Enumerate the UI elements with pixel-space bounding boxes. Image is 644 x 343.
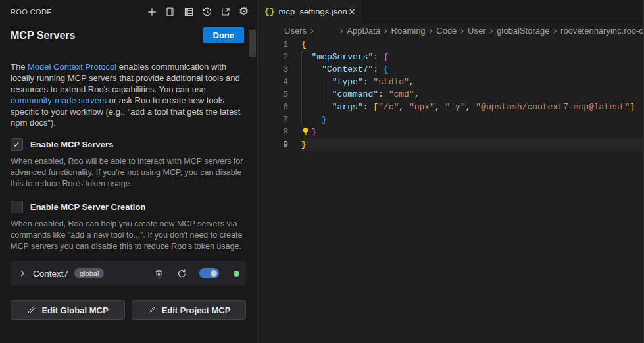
indent-guide (312, 101, 312, 113)
indent-guide (301, 51, 302, 63)
server-status-dot (234, 271, 239, 277)
edit-global-mcp-button[interactable]: Edit Global MCP (11, 300, 125, 320)
mcp-server-row-context7[interactable]: Context7 global (11, 261, 246, 286)
code-line: 6 "args": ["/c", "npx", "-y", "@upstash/… (258, 101, 643, 113)
indent-guide (301, 113, 302, 126)
line-number: 3 (258, 63, 288, 76)
mcp-servers-icon[interactable] (183, 6, 194, 17)
open-external-icon[interactable] (220, 6, 231, 17)
code-line-text: "type": "stdio", (301, 76, 643, 88)
code-line-text: "mcpServers": { (301, 51, 643, 63)
code-line: 4 "type": "stdio", (258, 76, 643, 88)
breadcrumb-item[interactable]: Users (284, 26, 307, 36)
done-button[interactable]: Done (203, 27, 245, 43)
code-line-text: "args": ["/c", "npx", "-y", "@upstash/co… (301, 101, 643, 113)
indent-guide (312, 113, 312, 126)
scope-badge: global (74, 268, 104, 278)
page-title: MCP Servers (11, 30, 75, 41)
chevron-right-icon[interactable] (17, 268, 28, 278)
server-name: Context7 (33, 269, 68, 278)
breadcrumb: Users››AppData›Roaming›Code›User›globalS… (258, 23, 643, 38)
line-number: 9 (258, 138, 288, 151)
code-line: 9} (258, 138, 643, 151)
setting-description: When enabled, Roo will be able to intera… (11, 156, 245, 190)
editor-group: {} mcp_settings.json × Users››AppData›Ro… (257, 0, 644, 343)
sidebar-scrollbar-thumb[interactable] (249, 30, 256, 57)
breadcrumb-separator-icon: › (430, 25, 433, 36)
panel-header: ROO CODE ⚙ (0, 0, 257, 18)
enable-mcp-servers-checkbox[interactable]: ✓ (11, 138, 23, 151)
indent-guide (322, 101, 322, 113)
code-line-text: "command": "cmd", (301, 88, 643, 101)
pencil-icon (27, 306, 36, 315)
breadcrumb-item[interactable]: globalStorage (497, 26, 549, 36)
server-enabled-toggle[interactable] (199, 268, 219, 278)
vscode-window: ROO CODE ⚙ (0, 0, 644, 343)
breadcrumb-separator-icon: › (340, 25, 343, 36)
breadcrumb-separator-icon: › (310, 25, 314, 36)
indent-guide (301, 88, 302, 101)
gear-icon[interactable]: ⚙ (238, 6, 249, 17)
line-number: 8 (258, 126, 288, 138)
line-number: 7 (258, 113, 288, 126)
breadcrumb-separator-icon: › (553, 25, 557, 36)
edit-global-mcp-label: Edit Global MCP (41, 305, 108, 315)
code-line: 1{ (258, 38, 643, 51)
panel-title: ROO CODE (11, 8, 52, 16)
intro-paragraph: The Model Context Protocol enables commu… (11, 61, 247, 128)
json-file-icon: {} (264, 7, 275, 16)
enable-mcp-server-creation-setting: Enable MCP Server Creation When enabled,… (11, 201, 247, 252)
pencil-icon (147, 306, 156, 315)
code-line: 2 "mcpServers": { (258, 51, 643, 63)
indent-guide (301, 63, 302, 76)
setting-label: Enable MCP Servers (30, 140, 113, 149)
code-area[interactable]: 1{2 "mcpServers": {3 "Context7": {4 "typ… (258, 38, 643, 343)
close-icon[interactable]: × (347, 7, 357, 17)
intro-text: The (11, 62, 28, 72)
breadcrumb-item[interactable]: rooveterinaryinc.roo-cli (560, 26, 643, 36)
breadcrumb-item[interactable]: User (468, 26, 485, 36)
setting-label: Enable MCP Server Creation (30, 202, 145, 212)
refresh-icon[interactable] (176, 268, 187, 278)
history-icon[interactable] (201, 6, 212, 17)
tab-mcp-settings-json[interactable]: {} mcp_settings.json × (258, 0, 362, 23)
toggle-knob (211, 270, 217, 277)
code-line-text: } (301, 113, 643, 126)
code-line-text: { (301, 38, 643, 51)
tab-label: mcp_settings.json (279, 7, 347, 16)
line-number: 6 (258, 101, 288, 113)
server-row-controls (153, 268, 239, 278)
breadcrumb-separator-icon: › (489, 25, 493, 36)
breadcrumb-item[interactable]: AppData (347, 26, 380, 36)
indent-guide (322, 76, 322, 88)
enable-mcp-server-creation-checkbox[interactable] (11, 201, 23, 213)
model-context-protocol-link[interactable]: Model Context Protocol (28, 62, 116, 72)
breadcrumb-item[interactable]: Roaming (391, 26, 426, 36)
edit-project-mcp-button[interactable]: Edit Project MCP (132, 300, 246, 320)
breadcrumb-item[interactable]: Code (436, 26, 457, 36)
indent-guide (312, 88, 312, 101)
panel-toolbar: ⚙ (146, 6, 249, 17)
line-number: 2 (258, 51, 288, 63)
community-made-servers-link[interactable]: community-made servers (11, 95, 107, 105)
setting-description: When enabled, Roo can help you create ne… (11, 219, 245, 252)
edit-project-mcp-label: Edit Project MCP (162, 305, 231, 315)
roo-code-panel: ROO CODE ⚙ (0, 0, 257, 343)
line-number: 4 (258, 76, 288, 88)
plus-icon[interactable] (146, 6, 157, 17)
notebook-icon[interactable] (164, 6, 176, 17)
code-line: 3 "Context7": { (258, 63, 643, 76)
trash-icon[interactable] (153, 268, 164, 278)
indent-guide (301, 101, 302, 113)
code-line: 5 "command": "cmd", (258, 88, 643, 101)
enable-mcp-servers-setting: ✓ Enable MCP Servers When enabled, Roo w… (11, 138, 247, 190)
enable-mcp-servers-row[interactable]: ✓ Enable MCP Servers (11, 138, 247, 151)
indent-guide (322, 88, 322, 101)
code-line-text: "Context7": { (301, 63, 643, 76)
breadcrumb-separator-icon: › (460, 25, 464, 36)
lightbulb-icon[interactable] (301, 127, 310, 136)
page-header: MCP Servers Done (11, 27, 244, 43)
enable-mcp-server-creation-row[interactable]: Enable MCP Server Creation (11, 201, 247, 213)
mcp-edit-buttons: Edit Global MCP Edit Project MCP (11, 300, 246, 320)
breadcrumb-separator-icon: › (384, 25, 387, 36)
